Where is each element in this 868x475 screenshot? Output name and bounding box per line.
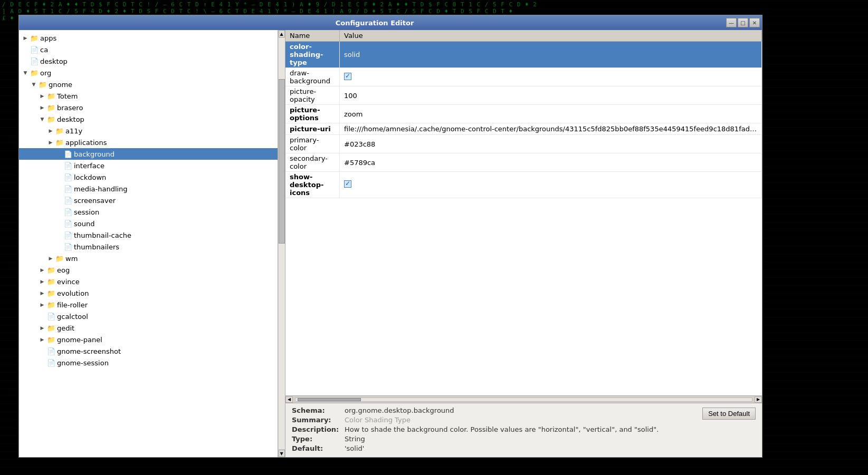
tree-item-totem[interactable]: ▶ 📁 Totem <box>19 90 285 102</box>
expander-evolution[interactable]: ▶ <box>38 289 46 297</box>
tree-label-sound: sound <box>74 220 94 228</box>
maximize-button[interactable]: □ <box>738 18 748 27</box>
expander-org[interactable]: ▼ <box>21 69 30 77</box>
tree-item-wm[interactable]: ▶ 📁 wm <box>19 253 285 264</box>
tree-label-gnome: gnome <box>49 81 72 89</box>
tree-item-lockdown[interactable]: ▶ 📄 lockdown <box>19 171 285 183</box>
tree-item-brasero[interactable]: ▶ 📁 brasero <box>19 102 285 113</box>
tree-item-screensaver[interactable]: ▶ 📄 screensaver <box>19 195 285 206</box>
table-row-primary-color[interactable]: primary-color #023c88 <box>285 135 762 153</box>
summary-value: Color Shading Type <box>345 416 702 424</box>
close-button[interactable]: ✕ <box>749 18 760 27</box>
tree-item-gnome-panel[interactable]: ▶ 📁 gnome-panel <box>19 334 285 345</box>
expander-evince[interactable]: ▶ <box>38 277 46 286</box>
tree-item-desktop[interactable]: ▶ 📄 desktop <box>19 55 285 67</box>
folder-icon-totem: 📁 <box>46 92 56 100</box>
folder-icon-org: 📁 <box>30 69 39 77</box>
tree-panel[interactable]: ▶ 📁 apps ▶ 📄 ca ▶ 📄 desktop <box>19 30 285 457</box>
expander-apps[interactable]: ▶ <box>21 34 30 42</box>
hscroll-thumb[interactable] <box>298 398 361 401</box>
expander-applications[interactable]: ▶ <box>46 138 55 147</box>
schema-value: org.gnome.desktop.background <box>345 406 702 414</box>
scroll-down-btn[interactable]: ▼ <box>279 450 285 457</box>
tree-item-gnome[interactable]: ▼ 📁 gnome <box>19 79 285 90</box>
tree-item-applications[interactable]: ▶ 📁 applications <box>19 137 285 148</box>
info-panel: Schema: org.gnome.desktop.background Sum… <box>285 403 762 457</box>
table-row-picture-opacity[interactable]: picture-opacity 100 <box>285 86 762 105</box>
h-scrollbar[interactable]: ◀ ▶ <box>285 395 762 403</box>
expander-gedit[interactable]: ▶ <box>38 324 46 332</box>
config-table[interactable]: Name Value color-shading-type solid draw… <box>285 30 762 395</box>
table-row-secondary-color[interactable]: secondary-color #5789ca <box>285 153 762 172</box>
tree-item-file-roller[interactable]: ▶ 📁 file-roller <box>19 299 285 311</box>
cell-name-secondary-color: secondary-color <box>285 153 340 172</box>
minimize-button[interactable]: — <box>726 18 737 27</box>
table-row-draw-background[interactable]: draw-background <box>285 68 762 86</box>
tree-label-evince: evince <box>57 278 80 286</box>
tree-label-gnome-session: gnome-session <box>57 359 109 367</box>
tree-item-ca[interactable]: ▶ 📄 ca <box>19 44 285 55</box>
tree-item-media-handling[interactable]: ▶ 📄 media-handling <box>19 183 285 195</box>
tree-label-applications: applications <box>65 139 107 147</box>
table-row-picture-options[interactable]: picture-options zoom <box>285 105 762 123</box>
tree-item-background[interactable]: ▶ 📄 background <box>19 148 285 160</box>
folder-icon-ca: 📄 <box>30 45 39 54</box>
tree-item-thumbnailers[interactable]: ▶ 📄 thumbnailers <box>19 241 285 253</box>
expander-gnome[interactable]: ▼ <box>30 80 38 89</box>
tree-item-eog[interactable]: ▶ 📁 eog <box>19 264 285 276</box>
tree-item-gnome-screenshot[interactable]: ▶ 📄 gnome-screenshot <box>19 345 285 357</box>
expander-file-roller[interactable]: ▶ <box>38 300 46 309</box>
tree-item-desktop-sub[interactable]: ▼ 📁 desktop <box>19 113 285 125</box>
hscroll-track <box>295 398 752 402</box>
tree-item-gnome-session[interactable]: ▶ 📄 gnome-session <box>19 357 285 369</box>
tree-scrollbar[interactable]: ▲ ▼ <box>278 30 285 457</box>
cell-value-picture-options: zoom <box>340 105 762 123</box>
folder-icon-evince: 📁 <box>46 277 56 286</box>
cell-name-primary-color: primary-color <box>285 135 340 153</box>
tree-item-a11y[interactable]: ▶ 📁 a11y <box>19 125 285 137</box>
expander-brasero[interactable]: ▶ <box>38 103 46 112</box>
scroll-thumb[interactable] <box>279 79 285 244</box>
tree-item-apps[interactable]: ▶ 📁 apps <box>19 32 285 44</box>
tree-content: ▶ 📁 apps ▶ 📄 ca ▶ 📄 desktop <box>19 30 285 371</box>
tree-item-interface[interactable]: ▶ 📄 interface <box>19 160 285 171</box>
type-value: String <box>345 435 702 443</box>
tree-label-ca: ca <box>40 46 48 54</box>
tree-item-gcalctool[interactable]: ▶ 📄 gcalctool <box>19 311 285 322</box>
tree-item-org[interactable]: ▼ 📁 org <box>19 67 285 79</box>
folder-icon-gnome-panel: 📁 <box>46 335 56 344</box>
tree-label-file-roller: file-roller <box>57 301 88 309</box>
expander-wm[interactable]: ▶ <box>46 254 55 263</box>
tree-item-thumbnail-cache[interactable]: ▶ 📄 thumbnail-cache <box>19 229 285 241</box>
set-default-button[interactable]: Set to Default <box>702 408 756 420</box>
info-row-summary: Summary: Color Shading Type <box>292 416 702 424</box>
hscroll-left-btn[interactable]: ◀ <box>285 396 293 403</box>
expander-desktop-sub[interactable]: ▼ <box>38 115 46 123</box>
table-row-show-desktop-icons[interactable]: show-desktop-icons <box>285 172 762 198</box>
cell-name-picture-uri: picture-uri <box>285 123 340 135</box>
scroll-up-btn[interactable]: ▲ <box>279 30 285 37</box>
table-row-picture-uri[interactable]: picture-uri file:///home/amnesia/.cache/… <box>285 123 762 135</box>
expander-a11y[interactable]: ▶ <box>46 127 55 135</box>
cell-value-picture-uri: file:///home/amnesia/.cache/gnome-contro… <box>340 123 762 135</box>
expander-gnome-panel[interactable]: ▶ <box>38 335 46 344</box>
tree-item-evolution[interactable]: ▶ 📁 evolution <box>19 287 285 299</box>
tree-item-session[interactable]: ▶ 📄 session <box>19 206 285 218</box>
hscroll-right-btn[interactable]: ▶ <box>755 396 762 403</box>
tree-item-sound[interactable]: ▶ 📄 sound <box>19 218 285 229</box>
folder-icon-file-roller: 📁 <box>46 300 56 309</box>
folder-icon-gcalctool: 📄 <box>46 312 56 321</box>
expander-eog[interactable]: ▶ <box>38 266 46 274</box>
cell-value-primary-color: #023c88 <box>340 135 762 153</box>
folder-icon-gnome-screenshot: 📄 <box>46 347 56 355</box>
expander-totem[interactable]: ▶ <box>38 92 46 100</box>
cell-value-secondary-color: #5789ca <box>340 153 762 172</box>
folder-icon-wm: 📁 <box>55 254 64 263</box>
tree-item-gedit[interactable]: ▶ 📁 gedit <box>19 322 285 334</box>
table-row-color-shading-type[interactable]: color-shading-type solid <box>285 42 762 68</box>
tree-label-lockdown: lockdown <box>74 173 106 181</box>
cell-value-color-shading-type: solid <box>340 42 762 68</box>
schema-label: Schema: <box>292 406 345 414</box>
tree-item-evince[interactable]: ▶ 📁 evince <box>19 276 285 287</box>
config-table-element: Name Value color-shading-type solid draw… <box>285 30 762 198</box>
